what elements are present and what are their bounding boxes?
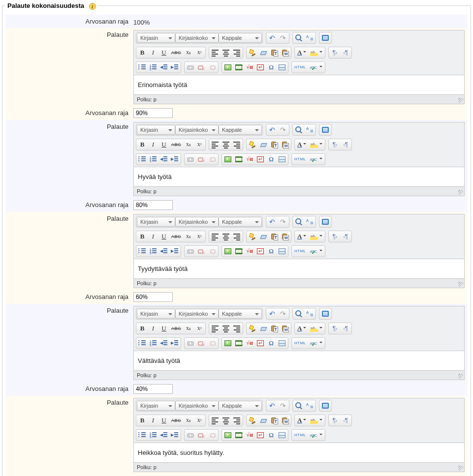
bullet-list-button[interactable] xyxy=(137,338,148,348)
remove-format-button[interactable] xyxy=(258,324,269,333)
paste-word-button[interactable] xyxy=(280,48,290,58)
underline-button[interactable]: U xyxy=(158,416,169,425)
editor-content[interactable]: Erinomaista työtä xyxy=(134,75,464,94)
align-left-button[interactable] xyxy=(210,48,221,58)
strike-button[interactable]: ABC xyxy=(169,140,183,149)
align-left-button[interactable] xyxy=(210,324,221,333)
find-replace-button[interactable] xyxy=(304,309,315,319)
bg-color-button[interactable] xyxy=(308,48,324,58)
font-family-select[interactable]: Kirjasin xyxy=(137,401,175,411)
editor-content[interactable]: Heikkoa työtä, suoritus hylätty. xyxy=(134,443,464,462)
outdent-button[interactable] xyxy=(158,338,169,348)
grade-boundary-input[interactable] xyxy=(133,384,173,394)
equation-button[interactable]: √α xyxy=(244,246,255,256)
fullscreen-button[interactable] xyxy=(320,217,331,227)
equation-button[interactable]: √α xyxy=(244,338,255,348)
cleanup-button[interactable] xyxy=(247,232,258,241)
bg-color-button[interactable] xyxy=(308,324,324,333)
align-center-button[interactable] xyxy=(221,232,231,241)
editor-content[interactable]: Tyydyttävää työtä xyxy=(134,259,464,278)
bold-button[interactable]: B xyxy=(137,416,148,425)
text-color-button[interactable]: A xyxy=(295,416,308,425)
char-button[interactable]: Ω xyxy=(266,246,277,256)
number-list-button[interactable] xyxy=(148,154,158,164)
rtl-button[interactable] xyxy=(340,416,351,425)
remove-format-button[interactable] xyxy=(258,140,269,149)
insert-image-button[interactable] xyxy=(222,430,233,440)
insert-media-button[interactable] xyxy=(233,430,244,440)
rtl-button[interactable] xyxy=(340,324,351,333)
outdent-button[interactable] xyxy=(158,430,169,440)
fullscreen-button[interactable] xyxy=(320,401,331,411)
redo-button[interactable]: ↷ xyxy=(278,401,288,411)
paste-word-button[interactable] xyxy=(280,416,290,425)
resize-handle-icon[interactable] xyxy=(458,190,463,195)
underline-button[interactable]: U xyxy=(158,324,169,333)
italic-button[interactable]: I xyxy=(148,48,158,58)
number-list-button[interactable] xyxy=(148,62,158,72)
italic-button[interactable]: I xyxy=(148,232,158,241)
superscript-button[interactable]: x xyxy=(194,232,205,241)
bold-button[interactable]: B xyxy=(137,48,148,58)
indent-button[interactable] xyxy=(169,246,180,256)
spellcheck-button[interactable] xyxy=(308,62,324,72)
insert-media-button[interactable] xyxy=(233,62,244,72)
resize-handle-icon[interactable] xyxy=(458,98,463,103)
html-button[interactable]: HTML xyxy=(292,338,308,348)
outdent-button[interactable] xyxy=(158,246,169,256)
align-center-button[interactable] xyxy=(221,324,231,333)
subscript-button[interactable]: x xyxy=(183,48,194,58)
indent-button[interactable] xyxy=(169,338,180,348)
paragraph-format-select[interactable]: Kappale xyxy=(219,401,262,411)
equation-button[interactable]: √α xyxy=(244,430,255,440)
remove-format-button[interactable] xyxy=(258,232,269,241)
fullscreen-button[interactable] xyxy=(320,33,331,43)
bg-color-button[interactable] xyxy=(308,416,324,425)
spellcheck-button[interactable] xyxy=(308,246,324,256)
paste-word-button[interactable] xyxy=(280,140,290,149)
bullet-list-button[interactable] xyxy=(137,430,148,440)
align-right-button[interactable] xyxy=(231,324,242,333)
char-button[interactable]: Ω xyxy=(266,62,277,72)
rtl-button[interactable] xyxy=(340,140,351,149)
bullet-list-button[interactable] xyxy=(137,154,148,164)
insert-image-button[interactable] xyxy=(222,338,233,348)
bg-color-button[interactable] xyxy=(308,232,324,241)
nbsp-button[interactable] xyxy=(255,246,266,256)
equation-button[interactable]: √α xyxy=(244,154,255,164)
text-color-button[interactable]: A xyxy=(295,232,308,241)
align-left-button[interactable] xyxy=(210,232,221,241)
fullscreen-button[interactable] xyxy=(320,309,331,319)
text-color-button[interactable]: A xyxy=(295,324,308,333)
cleanup-button[interactable] xyxy=(247,416,258,425)
font-family-select[interactable]: Kirjasin xyxy=(137,309,175,319)
insert-image-button[interactable] xyxy=(222,154,233,164)
number-list-button[interactable] xyxy=(148,338,158,348)
rtl-button[interactable] xyxy=(340,232,351,241)
superscript-button[interactable]: x xyxy=(194,416,205,425)
find-replace-button[interactable] xyxy=(304,401,315,411)
equation-button[interactable]: √α xyxy=(244,62,255,72)
resize-handle-icon[interactable] xyxy=(458,282,463,287)
bullet-list-button[interactable] xyxy=(137,62,148,72)
align-center-button[interactable] xyxy=(221,140,231,149)
align-right-button[interactable] xyxy=(231,416,242,425)
outdent-button[interactable] xyxy=(158,154,169,164)
html-button[interactable]: HTML xyxy=(292,154,308,164)
editor-content[interactable]: Välttävää työtä xyxy=(134,351,464,370)
paste-text-button[interactable] xyxy=(269,416,280,425)
subscript-button[interactable]: x xyxy=(183,416,194,425)
redo-button[interactable]: ↷ xyxy=(278,125,288,135)
fullscreen-button[interactable] xyxy=(320,125,331,135)
ltr-button[interactable] xyxy=(329,232,340,241)
resize-handle-icon[interactable] xyxy=(458,374,463,379)
undo-button[interactable]: ↶ xyxy=(267,125,278,135)
ltr-button[interactable] xyxy=(329,140,340,149)
insert-image-button[interactable] xyxy=(222,62,233,72)
spellcheck-button[interactable] xyxy=(308,338,324,348)
find-button[interactable] xyxy=(293,125,304,135)
html-button[interactable]: HTML xyxy=(292,246,308,256)
find-button[interactable] xyxy=(293,33,304,43)
subscript-button[interactable]: x xyxy=(183,232,194,241)
char-button[interactable]: Ω xyxy=(266,154,277,164)
